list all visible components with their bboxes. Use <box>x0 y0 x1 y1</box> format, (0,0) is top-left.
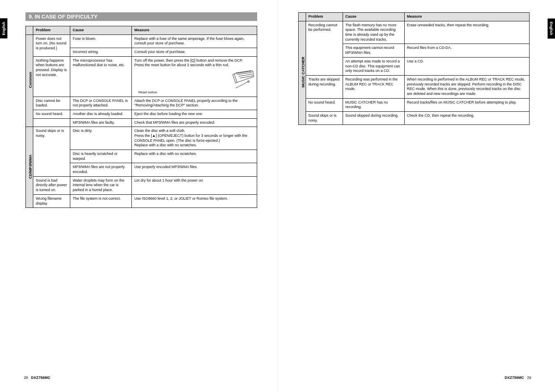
cause-cell: The file system is not correct. <box>70 194 132 208</box>
measure-cell: Turn off the power, then press the [Q] b… <box>132 56 257 97</box>
group-header: Common <box>26 35 33 127</box>
table-corner <box>298 13 306 21</box>
cause-cell: MUSIC CATCHER has no recording. <box>343 98 404 111</box>
language-tab-left: English <box>0 18 7 39</box>
table-corner <box>26 26 33 35</box>
cause-cell: Water droplets may form on the internal … <box>70 176 132 194</box>
model-left: DXZ756MC <box>31 376 51 380</box>
col-measure: Measure <box>404 13 530 21</box>
left-page: English 9. IN CASE OF DIFFICULTY Problem… <box>0 0 278 392</box>
table-row: CD/MP3/WMASound skips or is noisy.Disc i… <box>26 127 257 150</box>
problem-cell <box>33 118 70 127</box>
measure-cell: Check the CD, then repeat the recording. <box>404 112 530 125</box>
measure-cell: Clean the disc with a soft cloth.Press t… <box>132 127 257 150</box>
col-cause: Cause <box>70 26 132 35</box>
table-row: Sound is bad directly after power is tur… <box>26 176 257 194</box>
table-row: CommonPower does not turn on. (No sound … <box>26 35 257 48</box>
table-row: No sound heard.Another disc is already l… <box>26 110 257 118</box>
problem-cell: Sound skips or is noisy. <box>306 112 343 125</box>
cause-cell: MP3/WMA files are not properly encoded. <box>70 163 132 176</box>
svg-point-0 <box>247 81 249 82</box>
page-number: 29 <box>527 376 531 380</box>
cause-cell: Fuse is blown. <box>70 35 132 48</box>
measure-cell: When recording is performed in the ALBUM… <box>404 75 530 98</box>
language-tab-right: English <box>548 18 555 39</box>
measure-cell: Check that MP3/WMA files are properly en… <box>132 118 257 127</box>
problem-cell: Recording cannot be performed. <box>306 21 343 75</box>
problem-cell: Tracks are skipped during recording. <box>306 75 343 98</box>
problem-cell: Sound is bad directly after power is tur… <box>33 176 70 194</box>
measure-cell: Consult your store of purchase. <box>132 48 257 57</box>
troubleshoot-table-left: Problem Cause Measure CommonPower does n… <box>25 26 257 208</box>
table-row: Disc cannot be loaded.The DCP or CONSOLE… <box>26 97 257 110</box>
problem-cell: No sound heard. <box>33 110 70 118</box>
measure-cell: Replace with a disc with no scratches. <box>132 150 257 163</box>
section-title: 9. IN CASE OF DIFFICULTY <box>25 12 257 21</box>
footer-left: 28 DXZ756MC <box>24 376 51 380</box>
reset-drawing <box>226 69 254 90</box>
problem-cell: Power does not turn on. (No sound is pro… <box>33 35 70 56</box>
cause-cell: Recording was performed in the ALBUM REC… <box>343 75 404 98</box>
measure-cell: Let dry for about 1 hour with the power … <box>132 176 257 194</box>
cause-cell: An attempt was made to record a non-CD d… <box>343 57 404 75</box>
table-row: MUSIC CATCHERRecording cannot be perform… <box>298 21 530 44</box>
cause-cell: Disc is heavily scratched or warped. <box>70 150 132 163</box>
measure-cell: Erase unneeded tracks, then repeat the r… <box>404 21 530 44</box>
measure-cell: Attach the DCP or CONSOLE PANEL properly… <box>132 97 257 110</box>
troubleshoot-table-right: Problem Cause Measure MUSIC CATCHERRecor… <box>298 12 530 125</box>
measure-cell: Replace with a fuse of the same amperage… <box>132 35 257 48</box>
col-problem: Problem <box>306 13 343 21</box>
cause-cell: MP3/WMA files are faulty. <box>70 118 132 127</box>
right-page: English Problem Cause Measure MUSIC CATC… <box>278 0 555 392</box>
group-header: MUSIC CATCHER <box>298 21 306 125</box>
model-right: DXZ756MC <box>504 376 524 380</box>
measure-cell: Record files from a CD-DA. <box>404 44 530 57</box>
col-measure: Measure <box>132 26 257 35</box>
table-row: Sound skips or is noisy.Sound skipped du… <box>298 112 530 125</box>
measure-cell: Use properly encoded MP3/WMA files. <box>132 163 257 176</box>
measure-cell: Eject the disc before loading the new on… <box>132 110 257 118</box>
problem-cell: No sound heard. <box>306 98 343 111</box>
cause-cell: The flash memory has no more space. The … <box>343 21 404 44</box>
table-row: MP3/WMA files are faulty.Check that MP3/… <box>26 118 257 127</box>
group-header: CD/MP3/WMA <box>26 127 33 208</box>
measure-cell: Use a CD. <box>404 57 530 75</box>
measure-cell: Use ISO9660 level 1, 2, or JOLIET or Rom… <box>132 194 257 208</box>
table-row: Tracks are skipped during recording.Reco… <box>298 75 530 98</box>
table-row: Nothing happens when buttons are pressed… <box>26 56 257 97</box>
cause-cell: Disc is dirty. <box>70 127 132 150</box>
cause-cell: Another disc is already loaded. <box>70 110 132 118</box>
svg-line-1 <box>235 82 249 88</box>
col-problem: Problem <box>33 26 70 35</box>
table-row: No sound heard.MUSIC CATCHER has no reco… <box>298 98 530 111</box>
cause-cell: The microprocessor has malfunctioned due… <box>70 56 132 97</box>
problem-cell: Sound skips or is noisy. <box>33 127 70 177</box>
problem-cell: Nothing happens when buttons are pressed… <box>33 56 70 97</box>
footer-right: DXZ756MC 29 <box>504 376 531 380</box>
col-cause: Cause <box>343 13 404 21</box>
table-row: Wrong filename displayThe file system is… <box>26 194 257 208</box>
cause-cell: This equipment cannot record MP3/WMA fil… <box>343 44 404 57</box>
cause-cell: Incorrect wiring. <box>70 48 132 57</box>
cause-cell: The DCP or CONSOLE PANEL is not properly… <box>70 97 132 110</box>
measure-cell: Record tracks/files on MUSIC CATCHER bef… <box>404 98 530 111</box>
page-number: 28 <box>24 376 28 380</box>
reset-label: Reset button <box>134 90 254 95</box>
problem-cell: Disc cannot be loaded. <box>33 97 70 110</box>
cause-cell: Sound skipped during recording. <box>343 112 404 125</box>
problem-cell: Wrong filename display <box>33 194 70 208</box>
